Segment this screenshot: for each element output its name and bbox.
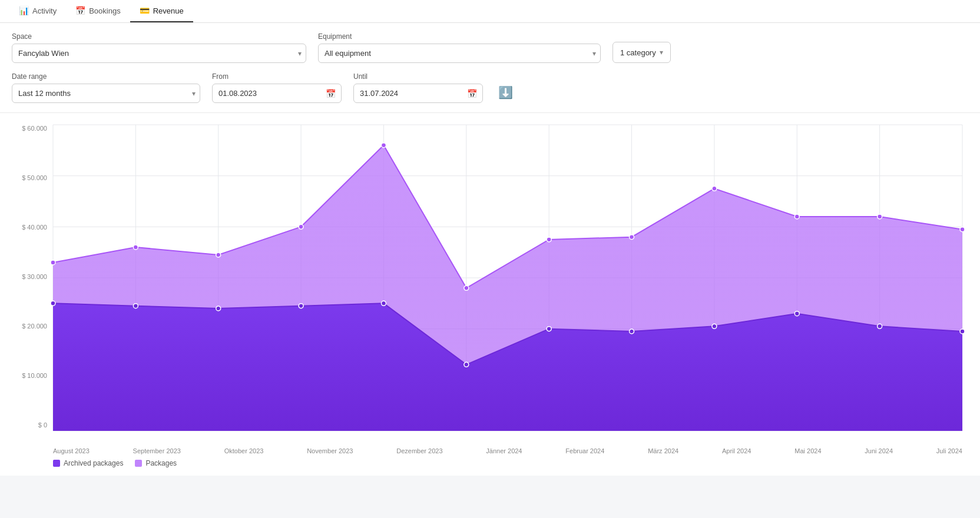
svg-point-34 bbox=[299, 304, 303, 308]
x-label-5: Jänner 2024 bbox=[486, 447, 522, 454]
svg-point-38 bbox=[630, 329, 634, 334]
x-label-2: Oktober 2023 bbox=[224, 447, 264, 454]
svg-point-35 bbox=[381, 301, 386, 306]
svg-point-40 bbox=[794, 311, 799, 316]
svg-point-29 bbox=[878, 214, 882, 219]
svg-point-36 bbox=[464, 362, 469, 367]
space-field: Space Fancylab Wien ▾ bbox=[12, 32, 306, 63]
svg-point-22 bbox=[299, 224, 303, 229]
until-field: Until 📅 bbox=[353, 72, 483, 103]
until-calendar-icon[interactable]: 📅 bbox=[467, 89, 477, 98]
svg-point-27 bbox=[712, 186, 717, 191]
svg-point-39 bbox=[712, 324, 717, 328]
svg-point-31 bbox=[51, 301, 55, 306]
svg-point-33 bbox=[216, 306, 221, 311]
tab-bookings[interactable]: 📅 Bookings bbox=[66, 0, 130, 22]
from-label: From bbox=[212, 72, 342, 81]
tab-bookings-label: Bookings bbox=[89, 6, 120, 15]
until-label: Until bbox=[353, 72, 483, 81]
tab-activity[interactable]: 📊 Activity bbox=[9, 0, 66, 22]
download-button[interactable]: ⬇️ bbox=[495, 82, 516, 103]
date-range-field: Date range Last 12 months ▾ bbox=[12, 72, 200, 103]
y-label-4: $ 40.000 bbox=[12, 224, 47, 231]
chart-legend: Archived packages Packages bbox=[12, 454, 968, 470]
from-input[interactable] bbox=[212, 84, 342, 103]
x-label-7: März 2024 bbox=[648, 447, 678, 454]
x-axis: August 2023 September 2023 Oktober 2023 … bbox=[53, 447, 962, 454]
equipment-select[interactable]: All equipment bbox=[318, 44, 601, 63]
download-icon: ⬇️ bbox=[498, 85, 513, 99]
activity-icon: 📊 bbox=[19, 6, 29, 15]
svg-point-41 bbox=[878, 324, 882, 328]
chart-svg-container bbox=[53, 125, 962, 431]
svg-point-21 bbox=[216, 253, 221, 257]
category-label: 1 category bbox=[620, 48, 656, 57]
revenue-icon: 💳 bbox=[140, 6, 150, 15]
date-range-select-wrapper: Last 12 months ▾ bbox=[12, 84, 200, 103]
y-axis: $ 0 $ 10.000 $ 20.000 $ 30.000 $ 40.000 … bbox=[12, 125, 47, 431]
svg-point-37 bbox=[547, 327, 551, 331]
until-input[interactable] bbox=[353, 84, 483, 103]
from-input-wrapper: 📅 bbox=[212, 84, 342, 103]
y-label-6: $ 60.000 bbox=[12, 125, 47, 132]
space-select-wrapper: Fancylab Wien ▾ bbox=[12, 44, 306, 63]
until-input-wrapper: 📅 bbox=[353, 84, 483, 103]
chart-svg bbox=[53, 125, 962, 431]
x-label-9: Mai 2024 bbox=[794, 447, 821, 454]
y-label-0: $ 0 bbox=[12, 421, 47, 429]
legend-archived: Archived packages bbox=[53, 459, 123, 467]
chart-container: $ 0 $ 10.000 $ 20.000 $ 30.000 $ 40.000 … bbox=[12, 125, 968, 454]
x-label-6: Februar 2024 bbox=[565, 447, 604, 454]
date-range-select[interactable]: Last 12 months bbox=[12, 84, 200, 103]
category-button[interactable]: 1 category ▾ bbox=[612, 42, 671, 63]
y-label-2: $ 20.000 bbox=[12, 323, 47, 330]
legend-packages: Packages bbox=[135, 459, 177, 467]
chart-area: $ 0 $ 10.000 $ 20.000 $ 30.000 $ 40.000 … bbox=[0, 113, 980, 476]
x-label-0: August 2023 bbox=[53, 447, 90, 454]
archived-dot bbox=[53, 460, 60, 467]
controls-panel: Space Fancylab Wien ▾ Equipment All equi… bbox=[0, 23, 980, 113]
archived-label: Archived packages bbox=[64, 459, 123, 467]
x-label-3: November 2023 bbox=[307, 447, 353, 454]
y-label-3: $ 30.000 bbox=[12, 273, 47, 280]
y-label-1: $ 10.000 bbox=[12, 372, 47, 379]
svg-point-28 bbox=[794, 214, 799, 219]
date-range-label: Date range bbox=[12, 72, 200, 81]
svg-point-25 bbox=[547, 237, 551, 242]
packages-label: Packages bbox=[145, 459, 177, 467]
space-label: Space bbox=[12, 32, 306, 41]
x-label-1: September 2023 bbox=[133, 447, 181, 454]
x-label-11: Juli 2024 bbox=[936, 447, 962, 454]
svg-point-24 bbox=[464, 285, 469, 290]
svg-point-42 bbox=[960, 329, 965, 334]
x-label-4: Dezember 2023 bbox=[396, 447, 442, 454]
svg-point-30 bbox=[960, 227, 965, 232]
tab-activity-label: Activity bbox=[32, 6, 57, 15]
space-select[interactable]: Fancylab Wien bbox=[12, 44, 306, 63]
equipment-select-wrapper: All equipment ▾ bbox=[318, 44, 601, 63]
y-label-5: $ 50.000 bbox=[12, 174, 47, 181]
equipment-label: Equipment bbox=[318, 32, 601, 41]
from-calendar-icon[interactable]: 📅 bbox=[326, 89, 336, 98]
svg-point-23 bbox=[381, 143, 386, 148]
top-tabs: 📊 Activity 📅 Bookings 💳 Revenue bbox=[0, 0, 980, 23]
category-chevron-icon: ▾ bbox=[660, 48, 663, 57]
packages-dot bbox=[135, 460, 142, 467]
svg-point-32 bbox=[133, 304, 138, 308]
svg-point-19 bbox=[51, 260, 55, 265]
svg-point-20 bbox=[133, 245, 138, 250]
x-label-8: April 2024 bbox=[722, 447, 751, 454]
svg-point-26 bbox=[630, 235, 634, 240]
tab-revenue[interactable]: 💳 Revenue bbox=[130, 0, 193, 22]
tab-revenue-label: Revenue bbox=[153, 6, 184, 15]
from-field: From 📅 bbox=[212, 72, 342, 103]
bookings-icon: 📅 bbox=[75, 6, 85, 15]
x-label-10: Juni 2024 bbox=[865, 447, 893, 454]
equipment-field: Equipment All equipment ▾ bbox=[318, 32, 601, 63]
